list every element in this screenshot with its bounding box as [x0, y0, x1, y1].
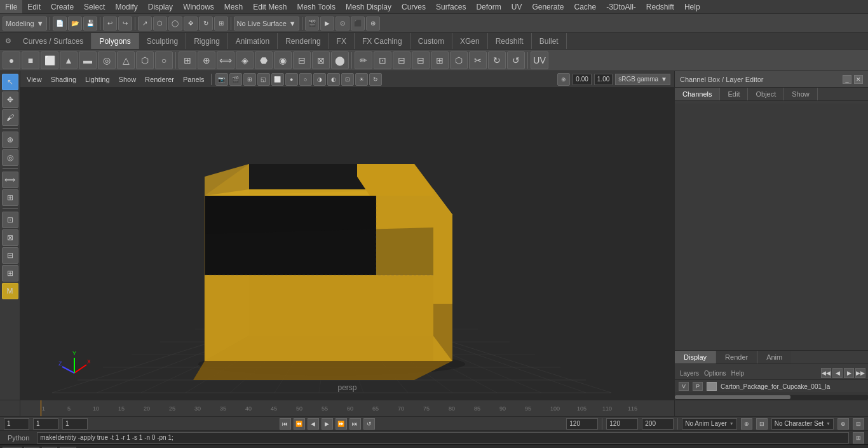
vp-icon-shading3[interactable]: ◑ — [313, 73, 326, 86]
menu-cache[interactable]: Cache — [569, 0, 601, 13]
char-set-btn1[interactable]: ⊕ — [837, 418, 849, 430]
lasso-tool-btn[interactable]: ⬡ — [153, 17, 167, 31]
vp-icon-shading4[interactable]: ◐ — [327, 73, 340, 86]
vp-icon-wire[interactable]: ⊡ — [341, 73, 354, 86]
menu-mesh-tools[interactable]: Mesh Tools — [292, 0, 341, 13]
cb-tab-edit[interactable]: Edit — [720, 88, 748, 100]
shelf-combine[interactable]: ⊕ — [198, 51, 215, 69]
rotate-tool-btn[interactable]: ↻ — [199, 17, 213, 31]
gamma-dropdown[interactable]: sRGB gamma ▼ — [615, 74, 670, 85]
vp-icon-grid[interactable]: ⊞ — [243, 73, 256, 86]
menu-mesh[interactable]: Mesh — [219, 0, 248, 13]
shelf-pipe[interactable]: ○ — [155, 51, 173, 69]
menu-display[interactable]: Display — [143, 0, 178, 13]
custom1-btn[interactable]: ⊡ — [2, 212, 18, 228]
char-set-btn2[interactable]: ⊟ — [853, 418, 864, 430]
shelf-uv-editor[interactable]: UV — [531, 51, 548, 69]
anim-tab[interactable]: Anim — [757, 351, 791, 363]
layer-vis-btn[interactable]: V — [679, 382, 689, 391]
menu-select[interactable]: Select — [79, 0, 110, 13]
play-rewind-btn[interactable]: ⏮ — [280, 418, 291, 430]
python-input[interactable]: makeIdentity -apply true -t 1 -r 1 -s 1 … — [37, 432, 849, 444]
custom2-btn[interactable]: ⊠ — [2, 229, 18, 246]
vp-menu-renderer[interactable]: Renderer — [142, 74, 177, 85]
play-fwd-btn[interactable]: ▶ — [322, 418, 333, 430]
tab-animation[interactable]: Animation — [228, 33, 278, 49]
play-back-btn[interactable]: ◀ — [308, 418, 319, 430]
shelf-bridge[interactable]: ⊠ — [312, 51, 330, 69]
render2-btn[interactable]: ▶ — [320, 17, 334, 31]
shelf-cube[interactable]: ■ — [22, 51, 39, 69]
tab-fx-caching[interactable]: FX Caching — [355, 33, 410, 49]
menu-file[interactable]: File — [0, 0, 22, 13]
tab-sculpting[interactable]: Sculpting — [139, 33, 186, 49]
menu-edit[interactable]: Edit — [22, 0, 46, 13]
python-end-btn[interactable]: ⊞ — [853, 432, 864, 444]
shelf-spin-edge[interactable]: ↻ — [488, 51, 506, 69]
tab-settings-icon[interactable]: ⚙ — [1, 34, 15, 48]
vp-menu-lighting[interactable]: Lighting — [83, 74, 112, 85]
tab-custom[interactable]: Custom — [410, 33, 452, 49]
tab-fx[interactable]: FX — [329, 33, 355, 49]
shelf-bevel[interactable]: ⬡ — [450, 51, 468, 69]
end-frame-field[interactable]: 120 — [566, 418, 598, 430]
layers-scrollbar[interactable] — [675, 395, 868, 400]
paint-select-btn[interactable]: 🖌 — [2, 109, 18, 126]
display-btn[interactable]: ⊞ — [2, 189, 18, 206]
cb-tab-show[interactable]: Show — [784, 88, 818, 100]
menu-generate[interactable]: Generate — [527, 0, 569, 13]
layer-playback-btn[interactable]: P — [693, 382, 703, 391]
open-scene-btn[interactable]: 📂 — [68, 17, 82, 31]
layer-next-btn[interactable]: ▶▶ — [855, 368, 865, 378]
menu-curves[interactable]: Curves — [397, 0, 431, 13]
tab-polygons[interactable]: Polygons — [92, 33, 139, 49]
frame-current-field[interactable]: 1 — [33, 418, 58, 430]
rp-minimize-btn[interactable]: _ — [843, 75, 851, 84]
shelf-offset-loop[interactable]: ⊟ — [393, 51, 410, 69]
new-scene-btn[interactable]: 📄 — [53, 17, 67, 31]
vp-icon-aa[interactable]: ↻ — [369, 73, 382, 86]
shelf-flip-edge[interactable]: ↺ — [507, 51, 525, 69]
shelf-cylinder[interactable]: ⬜ — [41, 51, 58, 69]
menu-mesh-display[interactable]: Mesh Display — [341, 0, 397, 13]
shelf-smooth[interactable]: ◉ — [274, 51, 292, 69]
snap-btn[interactable]: ⊕ — [2, 132, 18, 148]
frame-start-field[interactable]: 1 — [4, 418, 29, 430]
vp-icon-camera[interactable]: 📷 — [215, 73, 228, 86]
redo-btn[interactable]: ↪ — [118, 17, 132, 31]
vp-icon-sel[interactable]: ◱ — [257, 73, 270, 86]
shelf-fill-hole[interactable]: ⬤ — [331, 51, 349, 69]
shelf-slide-edge[interactable]: ⊞ — [431, 51, 449, 69]
custom4-btn[interactable]: ⊞ — [2, 265, 18, 282]
shelf-plane[interactable]: ▬ — [79, 51, 97, 69]
menu-help[interactable]: Help — [679, 0, 705, 13]
render5-btn[interactable]: ⊕ — [366, 17, 380, 31]
menu-edit-mesh[interactable]: Edit Mesh — [248, 0, 292, 13]
select-tool-btn[interactable]: ↗ — [138, 17, 152, 31]
menu-windows[interactable]: Windows — [178, 0, 219, 13]
tab-curves-surfaces[interactable]: Curves / Surfaces — [15, 33, 92, 49]
vp-icon-film[interactable]: 🎬 — [229, 73, 242, 86]
rp-close-btn[interactable]: ✕ — [854, 75, 863, 84]
layers-menu-options[interactable]: Options — [702, 369, 728, 377]
shelf-subdivide[interactable]: ⊞ — [179, 51, 196, 69]
anim-layer-btn2[interactable]: ⊟ — [756, 418, 768, 430]
display-tab[interactable]: Display — [675, 351, 716, 363]
tab-rendering[interactable]: Rendering — [278, 33, 329, 49]
menu-redshift[interactable]: Redshift — [641, 0, 679, 13]
anim-layer-dropdown[interactable]: No Anim Layer — [682, 418, 737, 430]
vp-icon-shading2[interactable]: ○ — [299, 73, 312, 86]
shelf-prism[interactable]: ⬡ — [136, 51, 154, 69]
viewport[interactable]: View Shading Lighting Show Renderer Pane… — [20, 71, 674, 400]
shelf-extract[interactable]: ◈ — [236, 51, 254, 69]
vp-icon-pts[interactable]: ⬜ — [271, 73, 284, 86]
layer-prev-btn[interactable]: ◀◀ — [821, 368, 831, 378]
render3-btn[interactable]: ⊙ — [336, 17, 349, 31]
maya-logo-btn[interactable]: M — [2, 283, 18, 299]
render4-btn[interactable]: ⬛ — [351, 17, 365, 31]
workspace-dropdown[interactable]: Modeling ▼ — [3, 17, 47, 31]
step-back-btn[interactable]: ⏪ — [294, 418, 305, 430]
scale-tool-btn[interactable]: ⊞ — [214, 17, 228, 31]
vp-menu-panels[interactable]: Panels — [180, 74, 207, 85]
undo-btn[interactable]: ↩ — [103, 17, 117, 31]
